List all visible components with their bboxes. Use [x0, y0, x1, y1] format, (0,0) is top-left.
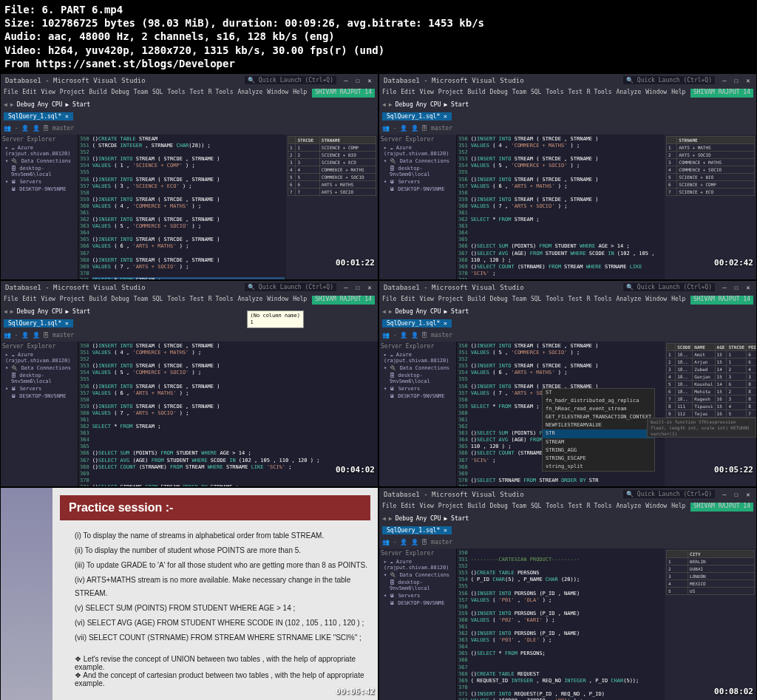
- menu-r tools[interactable]: R Tools: [587, 89, 612, 98]
- menu-sql[interactable]: SQL: [152, 89, 163, 98]
- menu-edit[interactable]: Edit: [401, 89, 415, 98]
- menu-test[interactable]: Test: [190, 89, 204, 98]
- config-debug[interactable]: Debug: [17, 308, 35, 315]
- minimize-button[interactable]: —: [721, 77, 728, 84]
- quick-launch[interactable]: 🔍 Quick Launch (Ctrl+Q): [245, 283, 336, 291]
- server-explorer[interactable]: Server Explorer ▸ ☁ Azure (rajput.shivam…: [379, 341, 457, 487]
- file-tab[interactable]: SqlQuery_1.sql* ✕: [382, 112, 452, 120]
- menu-window[interactable]: Window: [267, 89, 288, 98]
- grp-icon[interactable]: 👥 - 👤 👤: [382, 332, 418, 339]
- file-tab[interactable]: SqlQuery_1.sql* ✕: [4, 319, 73, 327]
- menu-sql[interactable]: SQL: [531, 89, 541, 98]
- menu-file[interactable]: File: [382, 296, 396, 305]
- autocomplete-item[interactable]: ST: [543, 389, 654, 397]
- host-node[interactable]: 🖥 DESKTOP-9NV5NME: [381, 393, 455, 400]
- quick-launch[interactable]: 🔍 Quick Launch (Ctrl+Q): [245, 76, 336, 84]
- azure-node[interactable]: ▸ ☁ Azure (rajput.shivam.88120): [2, 351, 76, 364]
- menu-project[interactable]: Project: [438, 503, 464, 512]
- code-editor[interactable]: 3503513523533543553563573583593603613623…: [457, 135, 665, 280]
- results-table[interactable]: STRCDESTRNAME11SCIENCE + COMP22SCIENCE +…: [288, 136, 376, 196]
- quick-launch[interactable]: 🔍 Quick Launch (Ctrl+Q): [623, 283, 715, 291]
- nav-back-icon[interactable]: ◀: [382, 308, 386, 315]
- code-editor[interactable]: 3503513523533543553563573583593603613623…: [457, 341, 665, 487]
- menu-tools[interactable]: Tools: [167, 89, 185, 98]
- menu-help[interactable]: Help: [293, 89, 307, 98]
- menu-r tools[interactable]: R Tools: [587, 503, 612, 512]
- server-explorer[interactable]: Server Explorer ▸ ☁ Azure (rajput.shivam…: [1, 341, 78, 487]
- config-anycpu[interactable]: Any CPU: [38, 308, 63, 315]
- config-debug[interactable]: Debug: [396, 308, 413, 315]
- autocomplete-item[interactable]: fn_hReac_read_event_stream: [543, 405, 654, 413]
- maximize-button[interactable]: ☐: [733, 491, 740, 498]
- menu-test[interactable]: Test: [190, 296, 204, 305]
- results-table[interactable]: STRNAME1ARTS + MATHS2ARTS + SOCIO3COMMER…: [666, 136, 755, 196]
- nav-back-icon[interactable]: ◀: [382, 515, 386, 522]
- close-button[interactable]: ✕: [366, 284, 373, 291]
- data-connections-node[interactable]: ▾ 🔌 Data Connections: [2, 364, 76, 372]
- desktop-conn-node[interactable]: 🗄 desktop-9nv5mm6\local: [381, 372, 455, 385]
- azure-node[interactable]: ▸ ☁ Azure (rajput.shivam.88120): [381, 558, 455, 571]
- menu-file[interactable]: File: [4, 296, 18, 305]
- quick-launch[interactable]: 🔍 Quick Launch (Ctrl+Q): [623, 490, 715, 498]
- menu-window[interactable]: Window: [267, 296, 288, 305]
- menu-test[interactable]: Test: [568, 89, 583, 98]
- menu-edit[interactable]: Edit: [401, 503, 415, 512]
- menu-view[interactable]: View: [41, 296, 55, 305]
- desktop-conn-node[interactable]: 🗄 desktop-9nv5mm6\local: [2, 165, 76, 178]
- menu-help[interactable]: Help: [671, 89, 685, 98]
- menu-tools[interactable]: Tools: [546, 296, 563, 305]
- menu-tools[interactable]: Tools: [546, 89, 563, 98]
- menu-team[interactable]: Team: [134, 89, 148, 98]
- grp-icon[interactable]: 👥 - 👤 👤: [4, 125, 40, 132]
- close-button[interactable]: ✕: [366, 77, 373, 84]
- menu-test[interactable]: Test: [568, 296, 583, 305]
- close-button[interactable]: ✕: [744, 284, 752, 291]
- menu-team[interactable]: Team: [134, 296, 148, 305]
- menu-analyze[interactable]: Analyze: [617, 296, 642, 305]
- config-debug[interactable]: Debug: [17, 101, 35, 108]
- nav-fwd-icon[interactable]: ▶: [10, 101, 14, 108]
- menu-view[interactable]: View: [420, 89, 434, 98]
- menu-file[interactable]: File: [382, 89, 396, 98]
- nav-fwd-icon[interactable]: ▶: [389, 101, 393, 108]
- menu-window[interactable]: Window: [645, 89, 667, 98]
- start-button[interactable]: ▶ Start: [444, 308, 469, 315]
- maximize-button[interactable]: ☐: [733, 77, 740, 84]
- menu-edit[interactable]: Edit: [22, 89, 36, 98]
- menu-r tools[interactable]: R Tools: [587, 296, 612, 305]
- host-node[interactable]: 🖥 DESKTOP-9NV5NME: [381, 599, 455, 607]
- grp-icon[interactable]: 👥 - 👤 👤: [4, 332, 40, 339]
- menu-edit[interactable]: Edit: [401, 296, 415, 305]
- menu-analyze[interactable]: Analyze: [617, 89, 642, 98]
- minimize-button[interactable]: —: [342, 284, 350, 291]
- menu-view[interactable]: View: [41, 89, 55, 98]
- menu-build[interactable]: Build: [468, 296, 486, 305]
- desktop-conn-node[interactable]: 🗄 desktop-9nv5mm6\local: [381, 165, 455, 178]
- menu-analyze[interactable]: Analyze: [238, 296, 263, 305]
- servers-node[interactable]: ▾ 🖥 Servers: [381, 385, 455, 393]
- menu-help[interactable]: Help: [671, 503, 685, 512]
- menu-build[interactable]: Build: [468, 89, 486, 98]
- close-button[interactable]: ✕: [744, 491, 752, 498]
- db-selector[interactable]: 🗄 master: [421, 125, 452, 132]
- config-anycpu[interactable]: Any CPU: [416, 515, 441, 522]
- config-debug[interactable]: Debug: [396, 101, 413, 108]
- nav-fwd-icon[interactable]: ▶: [389, 308, 393, 315]
- data-connections-node[interactable]: ▾ 🔌 Data Connections: [381, 571, 455, 579]
- file-tab[interactable]: SqlQuery_1.sql* ✕: [382, 319, 452, 327]
- results-table[interactable]: CITY1BERLIN2DUBAI3LONDON4MEXICO5US: [666, 550, 755, 595]
- code-editor[interactable]: 3503513523533543553563573583593603613623…: [78, 135, 286, 280]
- menu-window[interactable]: Window: [645, 503, 667, 512]
- code-editor[interactable]: 3503513523533543553563573583593603613623…: [457, 548, 665, 700]
- menu-project[interactable]: Project: [60, 296, 85, 305]
- start-button[interactable]: ▶ Start: [444, 101, 469, 108]
- menu-help[interactable]: Help: [671, 296, 685, 305]
- menu-build[interactable]: Build: [89, 296, 107, 305]
- autocomplete-item[interactable]: STRING_AGG: [543, 446, 654, 455]
- menu-r tools[interactable]: R Tools: [208, 89, 234, 98]
- user-badge[interactable]: SHIVAM RAJPUT 14: [312, 89, 375, 98]
- minimize-button[interactable]: —: [342, 77, 350, 84]
- host-node[interactable]: 🖥 DESKTOP-9NV5NME: [381, 186, 455, 193]
- autocomplete-item[interactable]: string_split: [543, 463, 654, 471]
- host-node[interactable]: 🖥 DESKTOP-9NV5NME: [2, 186, 76, 193]
